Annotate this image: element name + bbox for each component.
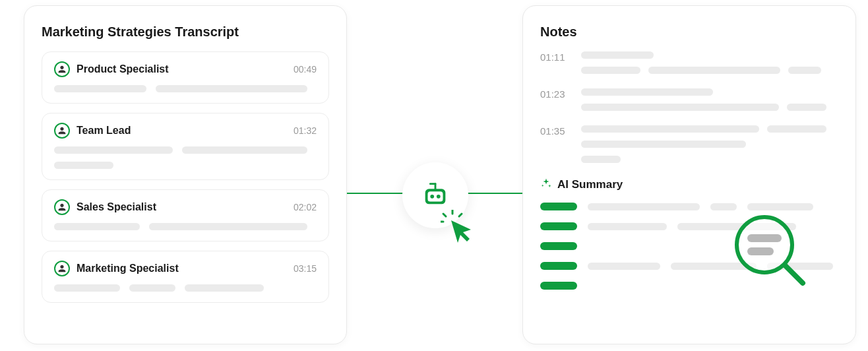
transcript-item[interactable]: Product Specialist 00:49 bbox=[42, 51, 329, 104]
note-time: 01:11 bbox=[540, 51, 567, 63]
transcript-item[interactable]: Team Lead 01:32 bbox=[42, 113, 329, 180]
ai-summary-title: AI Summary bbox=[557, 178, 623, 191]
notes-title: Notes bbox=[540, 24, 838, 40]
svg-rect-1 bbox=[428, 191, 443, 201]
speaker-name: Product Specialist bbox=[77, 63, 169, 75]
ai-summary-line bbox=[540, 203, 838, 210]
transcript-text-placeholder bbox=[54, 162, 317, 169]
svg-rect-11 bbox=[747, 234, 782, 242]
timestamp: 01:32 bbox=[294, 125, 317, 136]
transcript-title: Marketing Strategies Transcript bbox=[42, 24, 329, 40]
transcript-text-placeholder bbox=[54, 284, 317, 292]
person-avatar-icon bbox=[54, 123, 70, 139]
note-text-placeholder bbox=[581, 51, 838, 74]
note-entry[interactable]: 01:35 bbox=[540, 125, 838, 163]
ai-summary-line bbox=[540, 242, 838, 250]
ai-summary-line bbox=[540, 262, 838, 270]
transcript-text-placeholder bbox=[54, 223, 317, 230]
svg-line-8 bbox=[459, 214, 462, 216]
svg-line-7 bbox=[443, 214, 446, 216]
speaker-name: Sales Specialist bbox=[77, 201, 156, 213]
note-time: 01:23 bbox=[540, 88, 567, 100]
timestamp: 02:02 bbox=[294, 202, 317, 212]
sparkle-icon bbox=[540, 177, 552, 192]
ai-summary-header: AI Summary bbox=[540, 177, 838, 192]
transcript-text-placeholder bbox=[54, 85, 317, 92]
ai-summary-body bbox=[540, 203, 838, 290]
transcript-text-placeholder bbox=[54, 146, 317, 154]
ai-summary-line bbox=[540, 282, 838, 290]
cursor-click-icon bbox=[441, 210, 478, 249]
note-time: 01:35 bbox=[540, 125, 567, 137]
notes-panel: Notes 01:11 01:23 01:35 bbox=[522, 5, 856, 344]
note-text-placeholder bbox=[581, 125, 838, 163]
note-entry[interactable]: 01:23 bbox=[540, 88, 838, 111]
person-avatar-icon bbox=[54, 261, 70, 276]
person-avatar-icon bbox=[54, 61, 70, 77]
timestamp: 00:49 bbox=[294, 64, 317, 75]
speaker-name: Marketing Specialist bbox=[77, 263, 179, 274]
svg-point-2 bbox=[430, 195, 434, 199]
svg-point-3 bbox=[437, 195, 441, 199]
timestamp: 03:15 bbox=[294, 263, 317, 274]
note-entry[interactable]: 01:11 bbox=[540, 51, 838, 74]
person-avatar-icon bbox=[54, 199, 70, 215]
speaker-name: Team Lead bbox=[77, 125, 131, 137]
transcript-item[interactable]: Sales Specialist 02:02 bbox=[42, 189, 329, 241]
transcript-item[interactable]: Marketing Specialist 03:15 bbox=[42, 251, 329, 303]
bot-icon bbox=[420, 179, 450, 212]
transcript-panel: Marketing Strategies Transcript Product … bbox=[24, 5, 347, 344]
note-text-placeholder bbox=[581, 88, 838, 111]
ai-summary-line bbox=[540, 222, 838, 230]
